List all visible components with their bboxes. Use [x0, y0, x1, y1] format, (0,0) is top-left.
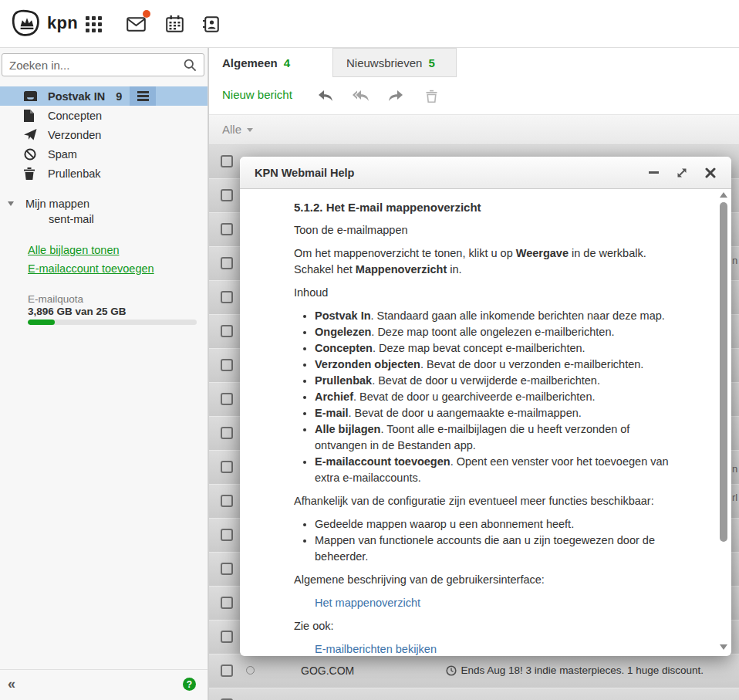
mappenoverzicht-link[interactable]: Het mappenoverzicht	[315, 597, 420, 609]
trash-icon	[24, 167, 38, 180]
dialog-scrollbar	[719, 192, 728, 651]
help-dialog: KPN Webmail Help 5.1.2. Het E-mail mappe…	[240, 157, 731, 656]
folder-label: Verzonden	[48, 129, 101, 141]
scrollbar-thumb[interactable]	[720, 202, 727, 542]
chevron-down-icon[interactable]	[8, 201, 14, 206]
quota-value: 3,896 GB van 25 GB	[28, 306, 127, 317]
inbox-icon	[24, 91, 38, 101]
folder-list: Postvak IN 9 Concepten Verzonden	[0, 86, 208, 183]
message-checkbox[interactable]	[221, 427, 233, 439]
search-input[interactable]: Zoeken in...	[2, 53, 204, 76]
message-checkbox[interactable]	[221, 325, 233, 337]
message-checkbox[interactable]	[221, 631, 233, 643]
kpn-logo[interactable]: kpn	[11, 8, 78, 38]
message-checkbox[interactable]	[221, 563, 233, 575]
scroll-down-arrow[interactable]	[720, 644, 727, 650]
filter-label: Alle	[222, 123, 241, 136]
message-subject-group: Ends Aug 18! 3 indie masterpieces. 1 hug…	[446, 664, 704, 676]
clock-icon	[446, 665, 457, 676]
table-row[interactable]	[209, 688, 739, 700]
help-list-item: Postvak In. Standaard gaan alle inkomend…	[315, 308, 680, 324]
sidebar-item-postvak-in[interactable]: Postvak IN 9	[0, 86, 208, 106]
tab-count: 5	[428, 56, 434, 69]
collapse-sidebar-button[interactable]: «	[8, 676, 15, 692]
kpn-webmail-app: kpn	[0, 0, 739, 700]
help-link-row: Het mappenoverzicht	[294, 595, 680, 611]
message-checkbox[interactable]	[221, 189, 233, 201]
sidebar-item-verzonden[interactable]: Verzonden	[0, 125, 208, 144]
sidebar-item-mijn-mappen[interactable]: Mijn mappen	[0, 194, 89, 213]
help-paragraph: Afhankelijk van de configuratie zijn eve…	[294, 493, 680, 509]
maximize-button[interactable]	[676, 167, 688, 179]
show-attachments-link[interactable]: Alle bijlagen tonen	[28, 244, 120, 256]
delete-icon[interactable]	[422, 89, 440, 103]
message-checkbox[interactable]	[221, 393, 233, 405]
message-checkbox[interactable]	[221, 291, 233, 303]
message-checkbox[interactable]	[221, 359, 233, 371]
help-list-item: E-mail. Bevat de door u aangemaakte e-ma…	[315, 405, 680, 421]
help-content-label: Inhoud	[294, 285, 680, 301]
minimize-button[interactable]	[647, 167, 660, 179]
sidebar-item-sent-mail[interactable]: sent-mail	[49, 213, 94, 225]
sidebar-item-concepten[interactable]: Concepten	[0, 106, 208, 125]
folder-options-button[interactable]	[130, 86, 156, 106]
message-checkbox[interactable]	[221, 223, 233, 235]
app-launcher-icon[interactable]	[82, 12, 105, 36]
list-filter-bar: Alle	[209, 114, 739, 145]
reply-all-icon[interactable]	[351, 89, 370, 103]
quota-label: E-mailquota	[28, 293, 83, 305]
help-button[interactable]: ?	[183, 678, 196, 691]
sidebar-item-spam[interactable]: Spam	[0, 144, 208, 164]
sidebar-item-prullenbak[interactable]: Prullenbak	[0, 164, 208, 183]
message-checkbox[interactable]	[221, 597, 233, 609]
see-also-links: E-mailberichten bekijken E-mailmappen to…	[294, 641, 680, 656]
emailberichten-bekijken-link[interactable]: E-mailberichten bekijken	[315, 643, 437, 655]
folder-label: Concepten	[48, 110, 102, 122]
search-icon[interactable]	[184, 59, 197, 72]
dialog-title: KPN Webmail Help	[255, 167, 354, 179]
mail-app-icon[interactable]	[124, 12, 147, 36]
message-subject: Ends Aug 18! 3 indie masterpieces. 1 hug…	[461, 664, 704, 676]
help-list-item: Ongelezen. Deze map toont alle ongelezen…	[315, 324, 680, 340]
add-mail-account-link[interactable]: E-mailaccount toevoegen	[28, 262, 154, 275]
forward-icon[interactable]	[386, 89, 405, 103]
help-list-item: Verzonden objecten. Bevat de door u verz…	[315, 357, 680, 373]
dialog-header[interactable]: KPN Webmail Help	[240, 157, 731, 189]
search-placeholder: Zoeken in...	[9, 59, 184, 72]
message-checkbox[interactable]	[221, 461, 233, 473]
help-intro: Toon de e-mailmappen	[294, 222, 680, 238]
send-icon	[24, 129, 38, 140]
message-checkbox[interactable]	[221, 155, 233, 167]
folder-label: Postvak IN	[48, 90, 105, 103]
new-message-button[interactable]: Nieuw bericht	[222, 88, 292, 101]
help-list-item: Gedeelde mappen waarop u een abonnement …	[315, 516, 680, 533]
scroll-up-arrow[interactable]	[720, 192, 727, 198]
quota-progress-fill	[28, 320, 55, 325]
top-bar: kpn	[0, 0, 739, 48]
reply-icon[interactable]	[316, 89, 334, 103]
calendar-app-icon[interactable]	[163, 12, 186, 36]
help-list-item: Alle bijlagen. Toont alle e-mailbijlagen…	[315, 421, 680, 454]
contacts-app-icon[interactable]	[199, 12, 222, 36]
message-checkbox[interactable]	[221, 495, 233, 507]
draft-icon	[24, 110, 38, 122]
tab-nieuwsbrieven[interactable]: Nieuwsbrieven 5	[332, 48, 457, 77]
tab-label: Nieuwsbrieven	[346, 56, 422, 69]
tab-algemeen[interactable]: Algemeen 4	[209, 48, 332, 77]
quota-progress-bar	[28, 320, 197, 325]
help-list-item: Archief. Bevat de door u gearchiveerde e…	[315, 389, 680, 405]
message-checkbox[interactable]	[221, 529, 233, 541]
filter-dropdown[interactable]: Alle	[222, 123, 253, 136]
message-sender: GOG.COM	[301, 664, 354, 677]
mail-toolbar: Nieuw bericht	[209, 77, 739, 114]
block-icon	[24, 148, 38, 161]
tab-count: 4	[284, 56, 290, 69]
dialog-controls	[647, 167, 717, 179]
message-row-gog[interactable]: GOG.COM Ends Aug 18! 3 indie masterpiece…	[209, 654, 739, 688]
help-paragraph: Algemene beschrijving van de gebruikersi…	[294, 572, 680, 588]
read-status-icon[interactable]	[246, 666, 255, 675]
folder-label: Prullenbak	[48, 167, 101, 180]
close-icon[interactable]	[704, 167, 717, 179]
help-content: 5.1.2. Het E-mail mappenoverzicht Toon d…	[240, 190, 717, 656]
message-checkbox[interactable]	[221, 257, 233, 269]
